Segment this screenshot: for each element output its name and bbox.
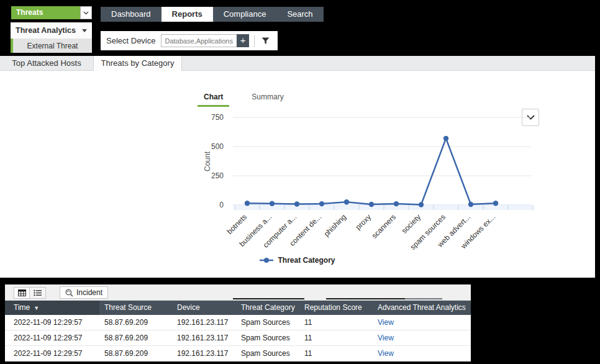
threats-select[interactable]: Threats: [11, 6, 92, 19]
tab-summary[interactable]: Summary: [245, 93, 289, 107]
main-nav: Dashboard Reports Compliance Search: [101, 7, 324, 22]
select-device-label: Select Device: [106, 36, 155, 45]
cell-reputation-score: 11: [299, 330, 373, 346]
cell-device: 192.161.23.117: [172, 346, 236, 362]
threats-select-dropdown-button[interactable]: [80, 6, 92, 19]
column-header-time[interactable]: Time▼: [5, 301, 99, 315]
nav-item-reports[interactable]: Reports: [161, 7, 213, 22]
cell-device: 192.161.23.117: [172, 315, 236, 330]
decorative-line: [233, 298, 304, 299]
nav-item-search[interactable]: Search: [276, 7, 323, 22]
cell-threat-source: 58.87.69.209: [99, 315, 172, 330]
table-row: 2022-11-09 12:29:57 58.87.69.209 192.161…: [5, 346, 471, 362]
svg-text:500: 500: [211, 142, 224, 151]
nav-item-dashboard[interactable]: Dashboard: [101, 7, 161, 22]
view-link[interactable]: View: [378, 334, 394, 342]
decorative-line: [405, 298, 442, 299]
legend-line-marker-icon: [260, 257, 273, 263]
svg-text:proxy: proxy: [353, 212, 373, 232]
chevron-down-icon: [83, 11, 89, 15]
incident-button-label: Incident: [76, 288, 102, 297]
view-tabs: Chart Summary: [198, 93, 290, 107]
incident-table-panel: Incident Time▼ Threat Source Device Thre…: [5, 284, 471, 362]
incident-search-icon: [65, 289, 73, 297]
add-device-button[interactable]: +: [237, 34, 248, 47]
device-input[interactable]: [161, 34, 237, 47]
svg-text:phishing: phishing: [322, 212, 348, 239]
column-header-device[interactable]: Device: [172, 301, 236, 315]
tab-top-attacked-hosts[interactable]: Top Attacked Hosts: [0, 56, 93, 70]
cell-threat-category: Spam Sources: [236, 346, 299, 362]
cell-time: 2022-11-09 12:29:57: [5, 346, 99, 362]
threat-analytics-menu-header[interactable]: Threat Analytics: [11, 22, 92, 39]
cell-reputation-score: 11: [299, 346, 373, 362]
cell-threat-source: 58.87.69.209: [99, 346, 172, 362]
column-header-threat-source[interactable]: Threat Source: [99, 301, 172, 315]
threat-category-line-chart: 0250500750Countbotnetsbusiness a...compu…: [186, 109, 534, 253]
table-grid-icon: [18, 289, 26, 296]
report-tabbar: Top Attacked Hosts Threats by Category: [0, 56, 595, 71]
select-device-bar: Select Device +: [101, 31, 278, 50]
tab-chart[interactable]: Chart: [198, 93, 229, 107]
grid-view-button[interactable]: [14, 288, 30, 298]
threat-analytics-label: Threat Analytics: [16, 26, 76, 35]
legend-label: Threat Category: [278, 256, 335, 265]
view-link[interactable]: View: [378, 349, 394, 358]
view-switcher: [14, 287, 46, 299]
caret-down-icon: [82, 29, 87, 32]
tab-threats-by-category[interactable]: Threats by Category: [93, 56, 182, 71]
threats-select-label: Threats: [11, 6, 80, 19]
sort-desc-icon: ▼: [34, 305, 39, 311]
cell-threat-category: Spam Sources: [236, 330, 299, 346]
page: Threats Threat Analytics External Threat…: [0, 0, 600, 364]
table-row: 2022-11-09 12:29:57 58.87.69.209 192.161…: [5, 330, 471, 346]
incident-button[interactable]: Incident: [60, 286, 108, 299]
column-header-reputation-score[interactable]: Reputation Score: [299, 301, 373, 315]
column-header-threat-category[interactable]: Threat Category: [236, 301, 299, 315]
cell-threat-category: Spam Sources: [236, 315, 299, 330]
cell-time: 2022-11-09 12:29:57: [5, 330, 99, 346]
list-icon: [34, 289, 42, 296]
svg-text:250: 250: [211, 171, 224, 180]
table-header-row: Time▼ Threat Source Device Threat Catego…: [5, 301, 471, 315]
column-header-advanced-threat-analytics[interactable]: Advanced Threat Analytics: [373, 301, 471, 315]
svg-text:Count: Count: [203, 151, 212, 171]
table-row: 2022-11-09 12:29:57 58.87.69.209 192.161…: [5, 315, 471, 330]
nav-item-compliance[interactable]: Compliance: [213, 7, 277, 22]
cell-reputation-score: 11: [299, 315, 373, 330]
divider: [254, 35, 255, 47]
svg-text:0: 0: [219, 201, 224, 209]
menu-item-external-threat[interactable]: External Threat: [11, 39, 92, 53]
view-link[interactable]: View: [378, 318, 394, 327]
table-toolbar: Incident: [5, 284, 471, 301]
filter-button[interactable]: [260, 34, 272, 48]
svg-text:750: 750: [211, 113, 224, 122]
chart-legend[interactable]: Threat Category: [0, 256, 595, 265]
list-view-button[interactable]: [30, 288, 45, 298]
cell-time: 2022-11-09 12:29:57: [5, 315, 99, 330]
cell-device: 192.161.23.117: [172, 330, 236, 346]
decorative-line: [326, 298, 405, 299]
funnel-icon: [261, 37, 270, 45]
svg-text:botnets: botnets: [225, 212, 248, 236]
cell-threat-source: 58.87.69.209: [99, 330, 172, 346]
svg-text:scanners: scanners: [370, 212, 398, 240]
threat-analytics-menu: Threat Analytics External Threat: [11, 22, 92, 53]
svg-text:society: society: [400, 212, 422, 235]
